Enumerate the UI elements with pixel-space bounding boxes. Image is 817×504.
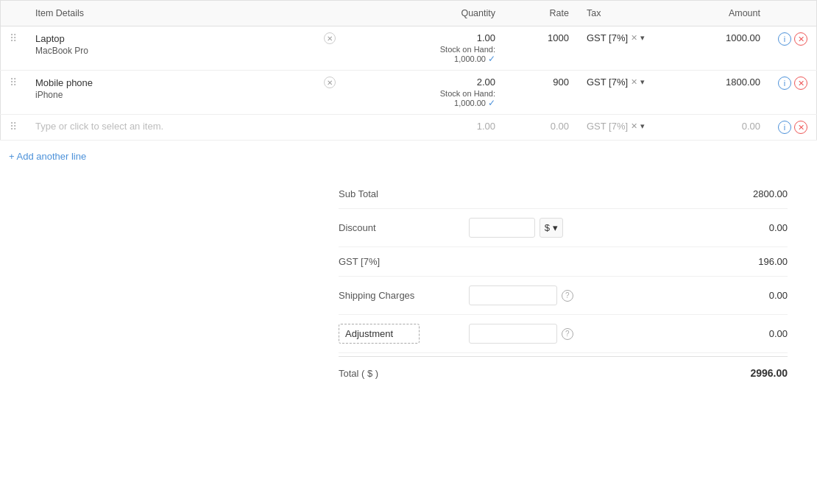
gst-row: GST [7%] 196.00 — [339, 247, 788, 277]
tax-dropdown-btn[interactable]: ▾ — [640, 121, 645, 131]
row-info-btn[interactable]: i — [778, 32, 791, 46]
tax-cell: GST [7%] ✕ ▾ — [578, 26, 696, 71]
col-header-rate: Rate — [504, 1, 578, 26]
subtotal-row: Sub Total 2800.00 — [339, 180, 788, 209]
adjustment-row: ? 0.00 — [339, 315, 788, 353]
adjustment-input[interactable] — [469, 324, 557, 344]
tax-label: GST [7%] — [587, 77, 628, 88]
table-row: ⠿ Laptop ✕ MacBook Pro 1.00 St — [1, 26, 817, 71]
stock-info: Stock on Hand: 1,000.00 ✓ — [353, 89, 495, 108]
add-line-button[interactable]: + Add another line — [9, 151, 86, 162]
item-name: Mobile phone — [35, 77, 93, 88]
summary-section: Sub Total 2800.00 Discount $ ▾ 0.00 GST … — [0, 172, 817, 402]
item-name-cell: Laptop ✕ MacBook Pro — [26, 26, 344, 71]
table-footer: + Add another line — [0, 141, 817, 172]
tax-dropdown-btn[interactable]: ▾ — [640, 33, 645, 43]
row-actions: i ✕ — [769, 71, 817, 115]
item-remove-btn[interactable]: ✕ — [324, 32, 336, 44]
table-row: ⠿ Type or click to select an item. 1.00 … — [1, 115, 817, 141]
drag-handle[interactable]: ⠿ — [1, 71, 27, 115]
tax-label: GST [7%] — [587, 32, 628, 43]
col-header-amount: Amount — [696, 1, 769, 26]
item-placeholder-cell[interactable]: Type or click to select an item. — [26, 115, 344, 141]
item-placeholder-text: Type or click to select an item. — [35, 121, 163, 132]
discount-input-group: $ ▾ — [469, 218, 729, 238]
item-sub-name: iPhone — [35, 90, 336, 103]
shipping-row: Shipping Charges ? 0.00 — [339, 277, 788, 315]
discount-value: 0.00 — [729, 222, 788, 233]
total-label: Total ( $ ) — [339, 368, 378, 379]
tax-remove-btn[interactable]: ✕ — [631, 121, 637, 131]
shipping-value: 0.00 — [729, 290, 788, 301]
shipping-input-group: ? — [469, 285, 729, 305]
subtotal-value: 2800.00 — [729, 188, 788, 199]
item-name: Laptop — [35, 33, 65, 44]
shipping-label: Shipping Charges — [339, 290, 469, 301]
item-remove-btn[interactable]: ✕ — [324, 77, 336, 88]
adjustment-help-icon[interactable]: ? — [562, 328, 573, 340]
item-name-cell: Mobile phone ✕ iPhone — [26, 71, 344, 115]
row-info-btn[interactable]: i — [778, 77, 791, 90]
shipping-input[interactable] — [469, 285, 557, 305]
stock-info: Stock on Hand: 1,000.00 ✓ — [353, 45, 495, 64]
item-sub-name: MacBook Pro — [35, 46, 336, 59]
invoice-line-items: Item Details Quantity Rate Tax Amount — [0, 0, 817, 402]
drag-icon: ⠿ — [10, 32, 18, 44]
row-delete-btn[interactable]: ✕ — [794, 121, 807, 134]
qty-cell: 1.00 — [344, 115, 504, 141]
total-row: Total ( $ ) 2996.00 — [339, 356, 788, 388]
discount-label: Discount — [339, 222, 469, 233]
row-delete-btn[interactable]: ✕ — [794, 77, 807, 90]
add-line-label: + Add another line — [9, 151, 86, 162]
amount-cell: 1000.00 — [696, 26, 769, 71]
table-row: ⠿ Mobile phone ✕ iPhone — [1, 71, 817, 115]
discount-row: Discount $ ▾ 0.00 — [339, 209, 788, 247]
gst-value: 196.00 — [729, 256, 788, 267]
col-header-item: Item Details — [26, 1, 344, 26]
tax-dropdown-btn[interactable]: ▾ — [640, 77, 645, 87]
row-actions: i ✕ — [769, 26, 817, 71]
tax-remove-btn[interactable]: ✕ — [631, 77, 637, 87]
total-value: 2996.00 — [750, 367, 788, 379]
discount-input[interactable] — [469, 218, 535, 238]
row-delete-btn[interactable]: ✕ — [794, 32, 807, 46]
qty-cell: 2.00 Stock on Hand: 1,000.00 ✓ — [344, 71, 504, 115]
adjustment-label-wrapper — [339, 324, 469, 344]
items-table: Item Details Quantity Rate Tax Amount — [0, 0, 817, 141]
row-actions: i ✕ — [769, 115, 817, 141]
drag-handle[interactable]: ⠿ — [1, 115, 27, 141]
rate-cell: 0.00 — [504, 115, 578, 141]
shipping-help-icon[interactable]: ? — [562, 290, 573, 302]
discount-currency-dropdown[interactable]: $ ▾ — [540, 218, 563, 238]
tax-label: GST [7%] — [587, 121, 628, 132]
drag-handle[interactable]: ⠿ — [1, 26, 27, 71]
drag-icon: ⠿ — [10, 77, 18, 88]
adjustment-label-input[interactable] — [339, 324, 420, 344]
tax-remove-btn[interactable]: ✕ — [631, 33, 637, 43]
amount-cell: 0.00 — [696, 115, 769, 141]
drag-icon: ⠿ — [10, 121, 18, 132]
adjustment-input-group: ? — [469, 324, 729, 344]
tax-cell: GST [7%] ✕ ▾ — [578, 115, 696, 141]
col-header-quantity: Quantity — [344, 1, 504, 26]
table-header: Item Details Quantity Rate Tax Amount — [1, 1, 817, 26]
gst-label: GST [7%] — [339, 256, 729, 267]
subtotal-label: Sub Total — [339, 188, 729, 199]
discount-currency-label: $ ▾ — [545, 222, 558, 233]
stock-check-icon: ✓ — [488, 98, 495, 108]
stock-check-icon: ✓ — [488, 54, 495, 64]
col-header-tax: Tax — [578, 1, 696, 26]
qty-cell: 1.00 Stock on Hand: 1,000.00 ✓ — [344, 26, 504, 71]
row-info-btn[interactable]: i — [778, 121, 791, 134]
adjustment-value: 0.00 — [729, 328, 788, 339]
amount-cell: 1800.00 — [696, 71, 769, 115]
tax-cell: GST [7%] ✕ ▾ — [578, 71, 696, 115]
rate-cell: 1000 — [504, 26, 578, 71]
rate-cell: 900 — [504, 71, 578, 115]
